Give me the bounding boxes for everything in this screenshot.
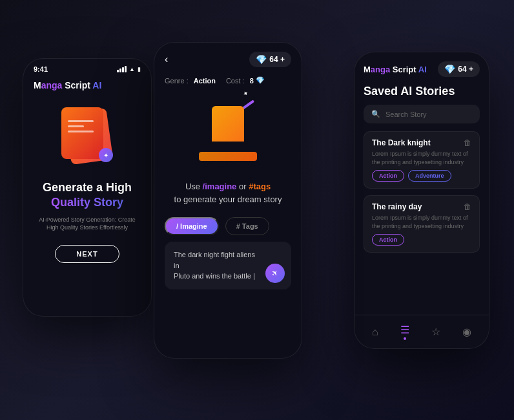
status-icons: ▲ ▮ <box>117 66 141 72</box>
brand-ai: AI <box>90 80 101 90</box>
heading-line1: Generate a High Quality Story <box>36 180 138 211</box>
story-card-1[interactable]: The Dark knight 🗑 Lorem Ipsum is simply … <box>364 131 480 189</box>
phone3-gem-badge: 💎 64 + <box>438 61 480 77</box>
hat-top <box>212 106 244 142</box>
doc-lines <box>68 120 94 136</box>
search-bar[interactable]: 🔍 Search Story <box>364 105 480 123</box>
story-1-tag-action: Action <box>372 170 404 182</box>
story-2-tags: Action <box>372 234 471 246</box>
tab-imagine[interactable]: / Imagine <box>165 217 219 235</box>
saved-stories-title: Saved AI Stories <box>355 82 489 105</box>
battery-icon: ▮ <box>138 66 141 72</box>
home-icon: ⌂ <box>372 326 378 338</box>
brand-text-3: Manga Script AI <box>364 65 427 74</box>
magic-illustration: ✦ <box>154 91 302 175</box>
phone-input: ‹ 💎 64 + Genre : Action Cost : 8 💎 ✦ <box>154 42 302 359</box>
status-time: 9:41 <box>34 65 48 73</box>
status-bar: 9:41 ▲ ▮ <box>23 59 151 77</box>
story-1-tag-adventure: Adventure <box>408 170 451 182</box>
hash-cmd: #tags <box>249 182 271 191</box>
brand-script: Script <box>62 80 90 90</box>
hero-heading: Generate a High Quality Story <box>23 175 151 213</box>
story-1-desc: Lorem Ipsum is simply dummy text of the … <box>372 150 471 166</box>
search-placeholder-text: Search Story <box>386 110 427 118</box>
nav-profile[interactable]: ◉ <box>462 326 471 338</box>
phone3-logo: Manga Script AI <box>364 63 427 75</box>
story-1-title: The Dark knight <box>372 138 431 147</box>
story-2-tag-action: Action <box>372 234 404 246</box>
phone3-header: Manga Script AI 💎 64 + <box>355 52 489 82</box>
brand-m: M <box>34 80 41 90</box>
bottom-nav: ⌂ ☰ ☆ ◉ <box>355 315 489 348</box>
scene: 9:41 ▲ ▮ Manga Script AI <box>0 0 514 420</box>
cost-value: 8 💎 <box>250 76 265 85</box>
phone3-gem-count: 64 + <box>458 65 473 74</box>
delete-icon-2[interactable]: 🗑 <box>464 202 471 211</box>
brand-text: Manga Script AI <box>34 80 101 90</box>
input-tabs: / Imagine # Tags <box>154 211 302 242</box>
story-2-title: The rainy day <box>372 202 422 211</box>
story-1-tags: Action Adventure <box>372 170 471 182</box>
story-card-1-header: The Dark knight 🗑 <box>372 138 471 147</box>
tagline-text: Use /imagine or #tags <box>167 180 289 193</box>
imagine-cmd: /imagine <box>203 182 237 191</box>
story-input-area[interactable]: The dark night fight aliens in Pluto and… <box>165 242 291 289</box>
brand-anga: anga <box>41 80 63 90</box>
search-icon: 🔍 <box>371 110 380 118</box>
doc-line-3 <box>68 131 94 132</box>
genre-cost-row: Genre : Action Cost : 8 💎 <box>154 74 302 91</box>
star-icon: ✦ <box>99 148 113 162</box>
stories-icon: ☰ <box>400 324 409 336</box>
doc-line-1 <box>68 120 94 122</box>
back-button[interactable]: ‹ <box>165 54 168 65</box>
wifi-icon: ▲ <box>129 66 135 72</box>
send-icon: ✈ <box>270 268 281 278</box>
next-button[interactable]: NEXT <box>55 245 119 263</box>
gem-badge: 💎 64 + <box>249 52 291 67</box>
signal-icon <box>117 66 127 72</box>
doc-line-2 <box>68 125 84 127</box>
hero-subtext: AI-Powered Story Generation: Create High… <box>23 213 151 242</box>
document-icon: ✦ <box>61 107 113 165</box>
hero-illustration: ✦ <box>23 98 151 175</box>
hat-brim <box>199 152 257 161</box>
story-2-desc: Lorem Ipsum is simply dummy text of the … <box>372 214 471 230</box>
phone3-gem-icon: 💎 <box>444 64 455 74</box>
doc-front <box>61 107 103 159</box>
story-input-text: The dark night fight aliens in Pluto and… <box>174 249 259 282</box>
genre-value: Action <box>194 77 216 85</box>
magic-hat-icon: ✦ <box>199 106 257 161</box>
phone-saved-stories: Manga Script AI 💎 64 + Saved AI Stories … <box>354 52 489 349</box>
nav-stories[interactable]: ☰ <box>400 324 409 340</box>
favorites-icon: ☆ <box>431 326 440 338</box>
delete-icon-1[interactable]: 🗑 <box>464 138 471 147</box>
story-card-2-header: The rainy day 🗑 <box>372 202 471 211</box>
nav-home[interactable]: ⌂ <box>372 326 378 338</box>
next-button-container: NEXT <box>23 242 151 266</box>
cost-label: Cost : <box>226 77 245 85</box>
gem-icon: 💎 <box>256 54 267 65</box>
tagline: Use /imagine or #tags to generate your d… <box>154 175 302 211</box>
story-card-2[interactable]: The rainy day 🗑 Lorem Ipsum is simply du… <box>364 195 480 253</box>
active-indicator <box>404 337 406 340</box>
gem-count: 64 + <box>269 55 285 64</box>
heading-highlight: Quality Story <box>51 196 123 209</box>
phone2-header: ‹ 💎 64 + <box>154 43 302 74</box>
tagline-subtext: to generate your dream story <box>167 193 289 206</box>
phone1-logo: Manga Script AI <box>23 77 151 98</box>
tab-tags[interactable]: # Tags <box>225 217 269 235</box>
genre-label: Genre : <box>165 77 189 85</box>
nav-favorites[interactable]: ☆ <box>431 326 440 338</box>
cost-gem-icon: 💎 <box>256 76 265 85</box>
phone-generate-story: 9:41 ▲ ▮ Manga Script AI <box>23 58 152 317</box>
send-button[interactable]: ✈ <box>265 264 285 283</box>
profile-icon: ◉ <box>462 326 471 338</box>
